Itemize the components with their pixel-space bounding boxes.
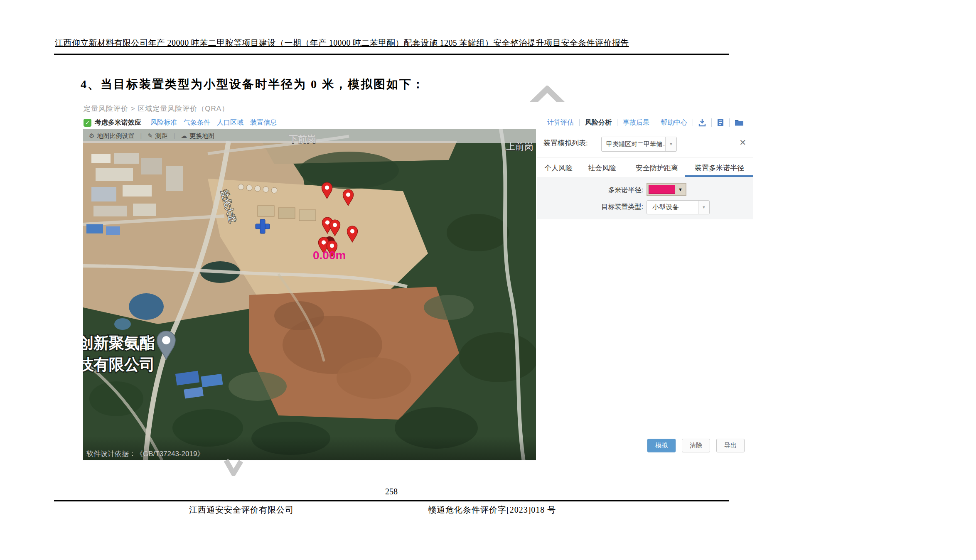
device-list-value: 甲类罐区对二甲苯储... [602, 140, 665, 148]
simulate-button[interactable]: 模拟 [647, 439, 676, 452]
document-header-title: 江西仰立新材料有限公司年产 20000 吨苯二甲胺等项目建设（一期（年产 100… [55, 37, 732, 49]
switch-map-label: 更换地图 [189, 132, 214, 140]
tab-device-domino-radius[interactable]: 装置多米诺半径 [695, 160, 744, 177]
export-button[interactable]: 导出 [716, 439, 745, 452]
map-label-company-line1: 创新聚氨酯 [83, 334, 155, 351]
domino-effect-label: 考虑多米诺效应 [95, 118, 141, 127]
section-heading: 4、当目标装置类型为小型设备时半径为 0 米，模拟图如下： [81, 76, 425, 92]
tab-personal-risk[interactable]: 个人风险 [544, 160, 573, 177]
document-icon[interactable] [712, 118, 730, 127]
qra-screenshot: 定量风险评价 > 区域定量风险评价（QRA） ✓ 考虑多米诺效应 风险标准 气象… [83, 102, 753, 462]
chevron-down-icon [223, 457, 244, 476]
top-menu: 计算评估 风险分析 事故后果 帮助中心 [542, 117, 749, 128]
simulation-panel: 装置模拟列表: 甲类罐区对二甲苯储... ▼ ✕ 个人风险 社会风险 安全防护距… [537, 129, 753, 461]
footer-certificate: 赣通危化条件评价字[2023]018 号 [428, 504, 556, 516]
tab-safety-distance[interactable]: 安全防护距离 [636, 160, 678, 177]
target-type-dropdown[interactable]: 小型设备 ▼ [647, 200, 710, 214]
nav-link-population[interactable]: 人口区域 [217, 118, 243, 127]
satellite-map[interactable]: 下前岗 上前岗 盐化大道 创新聚氨酯 技有限公司 0.00m 软件设计依据：《G… [83, 129, 536, 460]
domino-radius-label: 多米诺半径: [537, 186, 643, 195]
domino-form: 多米诺半径: ▼ 目标装置类型: 小型设备 ▼ [537, 177, 753, 219]
domino-color-swatch [649, 185, 675, 194]
device-list-dropdown[interactable]: 甲类罐区对二甲苯储... ▼ [601, 137, 677, 152]
target-type-label: 目标装置类型: [537, 203, 643, 211]
nav-link-risk-criteria[interactable]: 风险标准 [150, 118, 177, 127]
subnav-row: ✓ 考虑多米诺效应 风险标准 气象条件 人口区域 装置信息 [84, 117, 283, 128]
tab-social-risk[interactable]: 社会风险 [588, 160, 616, 177]
gear-icon: ⚙ [89, 132, 94, 140]
footer-rule [54, 500, 729, 501]
close-icon[interactable]: ✕ [739, 138, 746, 147]
menu-risk-analysis[interactable]: 风险分析 [580, 119, 617, 126]
nav-link-device-info[interactable]: 装置信息 [250, 118, 277, 127]
map-scale-settings-button[interactable]: ⚙ 地图比例设置 [83, 132, 140, 140]
clear-button[interactable]: 清除 [682, 439, 710, 452]
switch-map-button[interactable]: ☁ 更换地图 [175, 132, 220, 140]
measure-distance-label: 测距 [155, 132, 168, 140]
chevron-down-icon: ▼ [698, 201, 709, 214]
report-page: 江西仰立新材料有限公司年产 20000 吨苯二甲胺等项目建设（一期（年产 100… [0, 0, 976, 560]
map-attribution: 软件设计依据：《GB/T37243-2019》 [86, 450, 204, 458]
map-label-company-line2: 技有限公司 [83, 356, 155, 373]
pencil-icon: ✎ [148, 132, 153, 140]
map-toolbar: ⚙ 地图比例设置 | ✎ 测距 | ☁ 更换地图 [83, 129, 536, 143]
folder-icon[interactable] [730, 119, 749, 126]
breadcrumb: 定量风险评价 > 区域定量风险评价（QRA） [84, 104, 229, 113]
panel-title: 装置模拟列表: [543, 138, 588, 148]
chevron-down-icon: ▼ [665, 137, 676, 151]
target-type-value: 小型设备 [647, 203, 698, 212]
domino-color-dropdown[interactable]: ▼ [647, 183, 686, 196]
header-rule [54, 54, 729, 55]
menu-help-center[interactable]: 帮助中心 [655, 119, 693, 126]
cloud-icon: ☁ [181, 132, 187, 140]
chevron-down-icon: ▼ [675, 187, 686, 192]
page-number: 258 [371, 487, 412, 496]
map-scale-settings-label: 地图比例设置 [97, 132, 134, 140]
domino-effect-checkbox[interactable]: ✓ [84, 119, 91, 127]
nav-link-weather[interactable]: 气象条件 [184, 118, 210, 127]
measure-distance-button[interactable]: ✎ 测距 [142, 132, 174, 140]
check-icon: ✓ [85, 120, 90, 125]
footer-company: 江西通安安全评价有限公司 [189, 504, 294, 516]
measurement-text: 0.00m [313, 249, 346, 262]
download-icon[interactable] [693, 118, 712, 127]
panel-divider [537, 157, 753, 157]
menu-calc-evaluate[interactable]: 计算评估 [542, 119, 580, 126]
map-terrain [83, 129, 536, 460]
menu-accident-consequence[interactable]: 事故后果 [617, 119, 655, 126]
